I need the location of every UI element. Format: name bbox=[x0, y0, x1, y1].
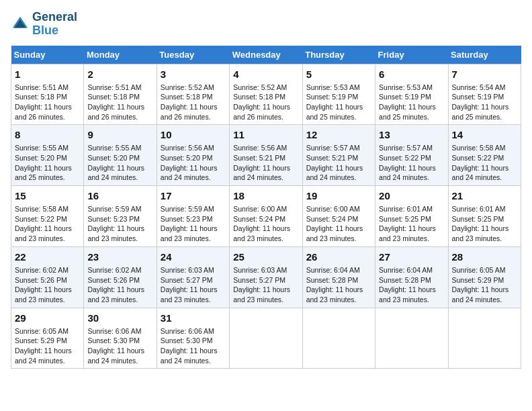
calendar-cell: 18Sunrise: 6:00 AM Sunset: 5:24 PM Dayli… bbox=[230, 186, 302, 247]
calendar-cell: 25Sunrise: 6:03 AM Sunset: 5:27 PM Dayli… bbox=[230, 246, 302, 308]
calendar-cell: 31Sunrise: 6:06 AM Sunset: 5:30 PM Dayli… bbox=[157, 308, 229, 369]
calendar-cell: 7Sunrise: 5:54 AM Sunset: 5:19 PM Daylig… bbox=[448, 64, 521, 125]
calendar-cell: 8Sunrise: 5:55 AM Sunset: 5:20 PM Daylig… bbox=[11, 125, 84, 186]
day-info: Sunrise: 5:55 AM Sunset: 5:20 PM Dayligh… bbox=[15, 143, 80, 183]
calendar-cell: 2Sunrise: 5:51 AM Sunset: 5:18 PM Daylig… bbox=[84, 64, 157, 125]
calendar-cell: 9Sunrise: 5:55 AM Sunset: 5:20 PM Daylig… bbox=[84, 125, 157, 186]
day-info: Sunrise: 6:03 AM Sunset: 5:27 PM Dayligh… bbox=[161, 265, 226, 305]
calendar-week-1: 1Sunrise: 5:51 AM Sunset: 5:18 PM Daylig… bbox=[11, 64, 521, 125]
header-cell-tuesday: Tuesday bbox=[157, 46, 229, 64]
day-number: 13 bbox=[379, 128, 444, 142]
day-number: 30 bbox=[87, 311, 152, 325]
calendar-cell: 29Sunrise: 6:05 AM Sunset: 5:29 PM Dayli… bbox=[11, 308, 84, 369]
day-number: 1 bbox=[15, 67, 80, 81]
calendar-cell: 15Sunrise: 5:58 AM Sunset: 5:22 PM Dayli… bbox=[11, 186, 84, 247]
day-number: 10 bbox=[161, 128, 226, 142]
calendar-week-2: 8Sunrise: 5:55 AM Sunset: 5:20 PM Daylig… bbox=[11, 125, 521, 186]
calendar-cell: 4Sunrise: 5:52 AM Sunset: 5:18 PM Daylig… bbox=[230, 64, 302, 125]
day-number: 17 bbox=[161, 189, 226, 203]
calendar-cell: 10Sunrise: 5:56 AM Sunset: 5:20 PM Dayli… bbox=[157, 125, 229, 186]
day-number: 22 bbox=[15, 250, 80, 264]
logo: General Blue bbox=[11, 11, 77, 38]
day-number: 27 bbox=[379, 250, 444, 264]
day-info: Sunrise: 5:59 AM Sunset: 5:23 PM Dayligh… bbox=[87, 204, 152, 244]
day-info: Sunrise: 5:59 AM Sunset: 5:23 PM Dayligh… bbox=[161, 204, 226, 244]
header-cell-sunday: Sunday bbox=[11, 46, 84, 64]
calendar-table: SundayMondayTuesdayWednesdayThursdayFrid… bbox=[11, 46, 521, 369]
day-number: 19 bbox=[306, 189, 371, 203]
day-info: Sunrise: 5:58 AM Sunset: 5:22 PM Dayligh… bbox=[15, 204, 80, 244]
day-info: Sunrise: 5:56 AM Sunset: 5:21 PM Dayligh… bbox=[233, 143, 298, 183]
day-number: 7 bbox=[452, 67, 517, 81]
day-number: 9 bbox=[87, 128, 152, 142]
calendar-cell: 11Sunrise: 5:56 AM Sunset: 5:21 PM Dayli… bbox=[230, 125, 302, 186]
calendar-cell: 1Sunrise: 5:51 AM Sunset: 5:18 PM Daylig… bbox=[11, 64, 84, 125]
day-info: Sunrise: 5:52 AM Sunset: 5:18 PM Dayligh… bbox=[233, 83, 298, 122]
calendar-cell: 5Sunrise: 5:53 AM Sunset: 5:19 PM Daylig… bbox=[302, 64, 375, 125]
day-info: Sunrise: 5:57 AM Sunset: 5:21 PM Dayligh… bbox=[306, 143, 371, 183]
day-number: 12 bbox=[306, 128, 371, 142]
calendar-cell: 16Sunrise: 5:59 AM Sunset: 5:23 PM Dayli… bbox=[84, 186, 157, 247]
calendar-header-row: SundayMondayTuesdayWednesdayThursdayFrid… bbox=[11, 46, 521, 64]
day-number: 16 bbox=[87, 189, 152, 203]
day-info: Sunrise: 5:54 AM Sunset: 5:19 PM Dayligh… bbox=[452, 83, 517, 122]
calendar-cell: 23Sunrise: 6:02 AM Sunset: 5:26 PM Dayli… bbox=[84, 246, 157, 308]
day-number: 14 bbox=[452, 128, 517, 142]
calendar-cell: 3Sunrise: 5:52 AM Sunset: 5:18 PM Daylig… bbox=[157, 64, 229, 125]
day-number: 15 bbox=[15, 189, 80, 203]
day-number: 8 bbox=[15, 128, 80, 142]
day-info: Sunrise: 5:57 AM Sunset: 5:22 PM Dayligh… bbox=[379, 143, 444, 183]
calendar-cell: 20Sunrise: 6:01 AM Sunset: 5:25 PM Dayli… bbox=[375, 186, 448, 247]
day-info: Sunrise: 5:56 AM Sunset: 5:20 PM Dayligh… bbox=[161, 143, 226, 183]
calendar-cell: 30Sunrise: 6:06 AM Sunset: 5:30 PM Dayli… bbox=[84, 308, 157, 369]
day-number: 4 bbox=[233, 67, 298, 81]
header-cell-monday: Monday bbox=[84, 46, 157, 64]
page-header: General Blue bbox=[11, 11, 521, 38]
day-info: Sunrise: 6:02 AM Sunset: 5:26 PM Dayligh… bbox=[87, 265, 152, 305]
calendar-cell: 19Sunrise: 6:00 AM Sunset: 5:24 PM Dayli… bbox=[302, 186, 375, 247]
day-info: Sunrise: 6:06 AM Sunset: 5:30 PM Dayligh… bbox=[87, 326, 152, 366]
day-number: 31 bbox=[161, 311, 226, 325]
day-info: Sunrise: 5:51 AM Sunset: 5:18 PM Dayligh… bbox=[15, 83, 80, 122]
calendar-cell: 21Sunrise: 6:01 AM Sunset: 5:25 PM Dayli… bbox=[448, 186, 521, 247]
day-info: Sunrise: 5:58 AM Sunset: 5:22 PM Dayligh… bbox=[452, 143, 517, 183]
day-number: 2 bbox=[87, 67, 152, 81]
day-info: Sunrise: 6:04 AM Sunset: 5:28 PM Dayligh… bbox=[306, 265, 371, 305]
day-info: Sunrise: 6:06 AM Sunset: 5:30 PM Dayligh… bbox=[161, 326, 226, 366]
day-info: Sunrise: 6:04 AM Sunset: 5:28 PM Dayligh… bbox=[379, 265, 444, 305]
calendar-cell: 24Sunrise: 6:03 AM Sunset: 5:27 PM Dayli… bbox=[157, 246, 229, 308]
day-info: Sunrise: 6:02 AM Sunset: 5:26 PM Dayligh… bbox=[15, 265, 80, 305]
header-cell-friday: Friday bbox=[375, 46, 448, 64]
calendar-cell bbox=[230, 308, 302, 369]
day-info: Sunrise: 6:05 AM Sunset: 5:29 PM Dayligh… bbox=[452, 265, 517, 305]
day-number: 25 bbox=[233, 250, 298, 264]
logo-text: General Blue bbox=[32, 11, 77, 38]
calendar-week-4: 22Sunrise: 6:02 AM Sunset: 5:26 PM Dayli… bbox=[11, 246, 521, 308]
day-number: 11 bbox=[233, 128, 298, 142]
calendar-cell: 22Sunrise: 6:02 AM Sunset: 5:26 PM Dayli… bbox=[11, 246, 84, 308]
calendar-cell: 13Sunrise: 5:57 AM Sunset: 5:22 PM Dayli… bbox=[375, 125, 448, 186]
calendar-cell: 26Sunrise: 6:04 AM Sunset: 5:28 PM Dayli… bbox=[302, 246, 375, 308]
logo-icon bbox=[11, 15, 30, 34]
header-cell-thursday: Thursday bbox=[302, 46, 375, 64]
calendar-body: 1Sunrise: 5:51 AM Sunset: 5:18 PM Daylig… bbox=[11, 64, 521, 369]
day-info: Sunrise: 5:52 AM Sunset: 5:18 PM Dayligh… bbox=[161, 83, 226, 122]
day-info: Sunrise: 6:01 AM Sunset: 5:25 PM Dayligh… bbox=[379, 204, 444, 244]
calendar-week-5: 29Sunrise: 6:05 AM Sunset: 5:29 PM Dayli… bbox=[11, 308, 521, 369]
day-number: 21 bbox=[452, 189, 517, 203]
calendar-cell bbox=[448, 308, 521, 369]
day-info: Sunrise: 6:00 AM Sunset: 5:24 PM Dayligh… bbox=[306, 204, 371, 244]
day-number: 20 bbox=[379, 189, 444, 203]
header-cell-saturday: Saturday bbox=[448, 46, 521, 64]
calendar-cell: 28Sunrise: 6:05 AM Sunset: 5:29 PM Dayli… bbox=[448, 246, 521, 308]
day-info: Sunrise: 5:53 AM Sunset: 5:19 PM Dayligh… bbox=[306, 83, 371, 122]
calendar-cell: 17Sunrise: 5:59 AM Sunset: 5:23 PM Dayli… bbox=[157, 186, 229, 247]
day-info: Sunrise: 6:05 AM Sunset: 5:29 PM Dayligh… bbox=[15, 326, 80, 366]
day-number: 18 bbox=[233, 189, 298, 203]
calendar-cell bbox=[375, 308, 448, 369]
day-info: Sunrise: 5:51 AM Sunset: 5:18 PM Dayligh… bbox=[87, 83, 152, 122]
calendar-cell: 14Sunrise: 5:58 AM Sunset: 5:22 PM Dayli… bbox=[448, 125, 521, 186]
day-number: 5 bbox=[306, 67, 371, 81]
day-number: 24 bbox=[161, 250, 226, 264]
day-number: 29 bbox=[15, 311, 80, 325]
